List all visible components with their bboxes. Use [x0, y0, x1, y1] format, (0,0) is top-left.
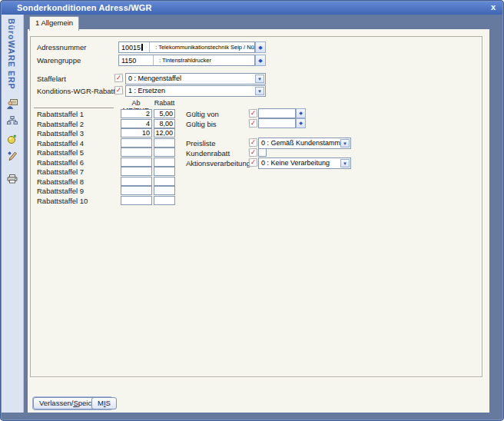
- col-rabatt-header: Rabatt: [152, 99, 177, 107]
- dialog-window: Sonderkonditionen Adress/WGR x BüroWARE …: [0, 0, 504, 421]
- close-icon[interactable]: x: [491, 2, 496, 12]
- preisliste-label: Preisliste: [186, 139, 216, 148]
- ab-me-eur-input[interactable]: 10: [121, 128, 152, 138]
- ab-me-eur-input[interactable]: 4: [121, 119, 152, 128]
- rabattstaffel-label: Rabattstaffel 10: [37, 197, 88, 205]
- adressnummer-lookup-button[interactable]: ◆: [255, 41, 266, 53]
- red-check-icon[interactable]: ✓: [249, 158, 258, 167]
- rabatt-input[interactable]: [154, 138, 175, 148]
- wand-pen-icon[interactable]: [7, 151, 18, 161]
- gueltig-von-label: Gültig von: [186, 110, 219, 118]
- orgchart-icon[interactable]: [7, 116, 18, 127]
- rabattstaffel-label: Rabattstaffel 6: [37, 158, 84, 167]
- brand-logo: BüroWARE ERP: [7, 18, 16, 90]
- konditions-wgr-rabatt-dropdown[interactable]: 1 : Ersetzen ▼: [125, 85, 266, 97]
- ab-me-eur-input[interactable]: [121, 186, 152, 195]
- ab-me-eur-input[interactable]: [121, 138, 152, 148]
- ab-me-eur-input[interactable]: [121, 157, 152, 167]
- tab-allgemein[interactable]: 1 Allgemein: [29, 16, 79, 31]
- ab-me-eur-input[interactable]: [121, 196, 152, 205]
- ab-me-eur-input[interactable]: 2: [121, 109, 152, 118]
- rabatt-input[interactable]: [154, 177, 175, 186]
- staffelart-label: Staffelart: [37, 75, 66, 83]
- form-area: Adressnummer 10015 : Telekommunikationst…: [28, 29, 489, 413]
- title-bar[interactable]: Sonderkonditionen Adress/WGR x: [2, 2, 502, 15]
- ab-me-eur-input[interactable]: [121, 177, 152, 186]
- gueltig-von-spinner[interactable]: ◆: [296, 108, 306, 118]
- rabattstaffel-label: Rabattstaffel 2: [37, 120, 84, 128]
- warengruppe-description: : Tintenstrahldrucker: [154, 57, 211, 64]
- preisliste-dropdown[interactable]: 0 : Gemäß Kundenstamm ▼: [258, 138, 351, 149]
- rabattstaffel-label: Rabattstaffel 5: [37, 148, 84, 157]
- adressnummer-input[interactable]: 10015: [119, 42, 150, 52]
- red-check-icon[interactable]: ✓: [114, 86, 124, 95]
- chevron-down-icon[interactable]: ▼: [255, 75, 264, 83]
- printer-icon[interactable]: [7, 174, 18, 185]
- warengruppe-label: Warengruppe: [37, 56, 81, 65]
- ab-me-eur-input[interactable]: [121, 148, 152, 157]
- rabatt-input[interactable]: 8,00: [154, 119, 175, 128]
- table-row: Rabattstaffel 10: [28, 196, 489, 206]
- chevron-down-icon[interactable]: ▼: [340, 139, 350, 148]
- rabatt-input[interactable]: [154, 196, 175, 205]
- rabattstaffel-label: Rabattstaffel 3: [37, 129, 84, 138]
- table-row: Rabattstaffel 9: [28, 186, 489, 196]
- rabattstaffel-label: Rabattstaffel 4: [37, 139, 84, 148]
- sidebar: BüroWARE ERP: [2, 15, 24, 413]
- adressnummer-description: : Telekommunikationstechnik Seip / Nürnb…: [150, 44, 254, 51]
- table-row: Rabattstaffel 8: [28, 177, 489, 187]
- rabatt-input[interactable]: [154, 186, 175, 195]
- gueltig-bis-input[interactable]: [258, 118, 296, 128]
- staffelart-dropdown[interactable]: 0 : Mengenstaffel ▼: [125, 73, 266, 85]
- user-card-icon[interactable]: [7, 98, 18, 109]
- konditions-wgr-rabatt-label: Konditions-WGR-Rabatt: [37, 87, 115, 95]
- ab-me-eur-input[interactable]: [121, 167, 152, 176]
- aktionsverarbeitung-label: Aktionsverarbeitung: [186, 159, 250, 167]
- red-check-icon[interactable]: ✓: [114, 74, 124, 83]
- rabattstaffel-label: Rabattstaffel 7: [37, 167, 84, 176]
- chevron-down-icon[interactable]: ▼: [255, 87, 264, 95]
- rabatt-input[interactable]: [154, 157, 175, 167]
- chevron-down-icon[interactable]: ▼: [340, 159, 350, 167]
- red-check-icon[interactable]: ✓: [249, 119, 258, 128]
- window-title: Sonderkonditionen Adress/WGR: [17, 3, 152, 12]
- kundenrabatt-checkbox[interactable]: [258, 148, 267, 157]
- rabattstaffel-label: Rabattstaffel 8: [37, 177, 84, 186]
- kundenrabatt-label: Kundenrabatt: [186, 149, 230, 157]
- rabatt-input[interactable]: [154, 148, 175, 157]
- warengruppe-field[interactable]: 1150 : Tintenstrahldrucker: [118, 55, 255, 66]
- adressnummer-field[interactable]: 10015 : Telekommunikationstechnik Seip /…: [118, 41, 255, 53]
- red-check-icon[interactable]: ✓: [249, 109, 258, 118]
- warengruppe-input[interactable]: 1150: [119, 55, 154, 65]
- yellow-sphere-icon[interactable]: [7, 134, 18, 145]
- red-check-icon[interactable]: ✓: [249, 148, 258, 157]
- rabattstaffel-label: Rabattstaffel 1: [37, 110, 84, 118]
- aktionsverarbeitung-dropdown[interactable]: 0 : Keine Verarbeitung ▼: [258, 157, 351, 169]
- mis-button[interactable]: MIS: [91, 397, 117, 409]
- warengruppe-lookup-button[interactable]: ◆: [255, 55, 266, 66]
- rabattstaffel-label: Rabattstaffel 9: [37, 187, 84, 195]
- red-check-icon[interactable]: ✓: [249, 138, 258, 148]
- rabatt-input[interactable]: 5,00: [154, 109, 175, 118]
- adressnummer-label: Adressnummer: [37, 43, 86, 51]
- rabatt-input[interactable]: 12,00: [154, 128, 175, 138]
- table-row: Rabattstaffel 3 10 12,00: [28, 128, 489, 138]
- table-separator-line: [34, 108, 114, 108]
- gueltig-bis-spinner[interactable]: ◆: [296, 118, 306, 128]
- gueltig-von-input[interactable]: [258, 108, 296, 118]
- gueltig-bis-label: Gültig bis: [186, 120, 217, 128]
- rabatt-input[interactable]: [154, 167, 175, 176]
- text-cursor: [141, 44, 143, 51]
